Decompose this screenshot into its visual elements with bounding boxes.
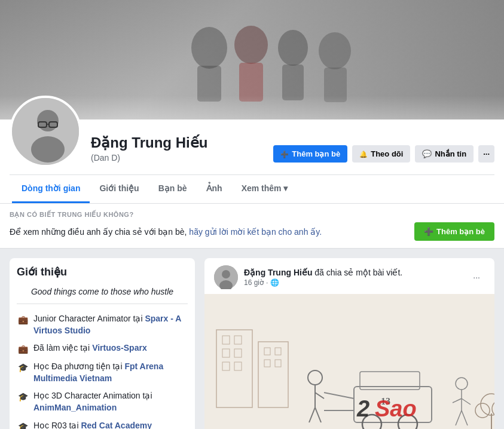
- link-redcat[interactable]: Red Cat Academy: [81, 421, 152, 429]
- intro-item-1: 💼 Đã làm việc tại Virtuos-Sparx: [17, 339, 188, 358]
- tab-timeline[interactable]: Dòng thời gian: [12, 175, 90, 203]
- intro-quote: Good things come to those who hustle: [17, 283, 188, 304]
- intro-item-3: 🎓 Học 3D Character Animation tại AnimMan…: [17, 387, 188, 416]
- post-author: Đặng Trung Hiếu đã chia sẻ một bài viết.: [244, 268, 462, 277]
- friend-banner: BẠN CÓ BIẾT TRUNG HIẾU KHÔNG? Để xem nhữ…: [0, 204, 504, 249]
- post-time: 16 giờ · 🌐: [244, 278, 462, 287]
- post-card: Đặng Trung Hiếu đã chia sẻ một bài viết.…: [204, 258, 494, 429]
- briefcase-icon-0: 💼: [17, 314, 29, 326]
- tab-more[interactable]: Xem thêm ▾: [232, 175, 298, 203]
- post-avatar: [214, 265, 238, 289]
- intro-card: Giới thiệu Good things come to those who…: [10, 258, 195, 429]
- profile-section: Đặng Trung Hiếu (Dan D) Thêm bạn bè Theo…: [0, 119, 504, 204]
- add-friend-button[interactable]: Thêm bạn bè: [273, 145, 347, 163]
- link-sparx[interactable]: Sparx - A Virtuos Studio: [33, 314, 181, 335]
- bell-icon: [359, 149, 368, 158]
- svg-point-11: [31, 136, 65, 163]
- profile-actions: Thêm bạn bè Theo dõi Nhắn tin ···: [273, 145, 494, 167]
- school-icon-0: 🎓: [17, 361, 29, 373]
- left-column: Giới thiệu Good things come to those who…: [10, 258, 195, 429]
- intro-title: Giới thiệu: [17, 265, 188, 278]
- profile-name: Đặng Trung Hiếu: [91, 134, 264, 152]
- post-meta: Đặng Trung Hiếu đã chia sẻ một bài viết.…: [244, 268, 462, 287]
- svg-text:Sao: Sao: [375, 396, 417, 421]
- avatar-container: [10, 96, 81, 167]
- tab-photos[interactable]: Ảnh: [197, 175, 232, 203]
- message-button[interactable]: Nhắn tin: [415, 145, 474, 163]
- profile-nav: Dòng thời gian Giới thiệu Bạn bè Ảnh Xem…: [10, 174, 494, 203]
- link-virtuos[interactable]: Virtuos-Sparx: [92, 343, 147, 353]
- tab-friends[interactable]: Bạn bè: [149, 175, 197, 203]
- add-friend-banner-button[interactable]: ➕ Thêm bạn bè: [414, 222, 494, 241]
- follow-button[interactable]: Theo dõi: [352, 145, 410, 163]
- friend-banner-text: Để xem những điều anh ấy chia sẻ với bạn…: [10, 227, 322, 237]
- briefcase-icon-1: 💼: [17, 343, 29, 355]
- school-icon-1: 🎓: [17, 391, 29, 403]
- school-icon-2: 🎓: [17, 421, 29, 429]
- svg-point-4: [278, 30, 308, 66]
- tab-about[interactable]: Giới thiệu: [90, 175, 148, 203]
- privacy-icon: 🌐: [270, 278, 279, 287]
- avatar: [10, 96, 81, 167]
- post-image: 13: [204, 294, 494, 429]
- friend-banner-title: BẠN CÓ BIẾT TRUNG HIẾU KHÔNG?: [10, 211, 494, 219]
- user-plus-icon: [280, 149, 289, 158]
- svg-point-6: [319, 32, 351, 69]
- svg-point-10: [37, 110, 59, 131]
- intro-item-2: 🎓 Học Đa phương tiện tại Fpt Arena Multi…: [17, 358, 188, 387]
- more-actions-button[interactable]: ···: [478, 145, 494, 163]
- user-plus-icon-2: ➕: [424, 227, 433, 236]
- profile-username: (Dan D): [91, 153, 264, 163]
- svg-rect-18: [204, 294, 494, 429]
- main-content: Giới thiệu Good things come to those who…: [0, 249, 504, 429]
- profile-info: Đặng Trung Hiếu (Dan D): [91, 134, 264, 167]
- svg-text:2: 2: [356, 396, 369, 421]
- svg-point-16: [222, 270, 230, 278]
- svg-rect-5: [282, 65, 304, 100]
- link-animman[interactable]: AnimMan_Animation: [33, 403, 117, 412]
- intro-item-4: 🎓 Học R03 tại Red Cat Academy: [17, 417, 188, 429]
- messenger-icon: [422, 149, 432, 158]
- globe-icon: ·: [266, 278, 268, 287]
- intro-item-0: 💼 Junior Character Animator tại Sparx - …: [17, 310, 188, 339]
- svg-point-0: [191, 27, 227, 69]
- svg-point-2: [234, 26, 268, 64]
- link-fpt[interactable]: Fpt Arena Multimedia Vietnam: [33, 361, 163, 383]
- post-header: Đặng Trung Hiếu đã chia sẻ một bài viết.…: [204, 258, 494, 294]
- post-more-button[interactable]: ···: [468, 270, 485, 284]
- friend-invite-link[interactable]: hãy gửi lời mời kết bạn cho anh ấy.: [189, 227, 322, 237]
- right-column: Đặng Trung Hiếu đã chia sẻ một bài viết.…: [204, 258, 494, 429]
- friend-banner-body: Để xem những điều anh ấy chia sẻ với bạn…: [10, 222, 494, 241]
